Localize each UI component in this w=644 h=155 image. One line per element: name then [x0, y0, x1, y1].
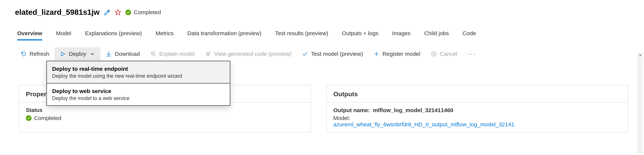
status-field-label: Status: [26, 107, 304, 113]
cancel-icon: [431, 51, 437, 57]
play-icon: [60, 51, 66, 57]
deploy-web-title: Deploy to web service: [52, 88, 224, 94]
register-model-button[interactable]: Register model: [368, 47, 426, 60]
download-label: Download: [115, 51, 140, 57]
deploy-dropdown: Deploy to real-time endpoint Deploy the …: [46, 61, 230, 106]
deploy-label: Deploy: [69, 51, 86, 57]
outputs-panel: Outputs Output name: mlflow_log_model_32…: [326, 85, 628, 133]
tab-code[interactable]: Code: [462, 30, 476, 40]
status-badge: Completed: [126, 9, 161, 15]
explain-label: Explain model: [159, 51, 194, 57]
tab-metrics[interactable]: Metrics: [156, 30, 174, 40]
edit-icon[interactable]: [104, 9, 110, 16]
tab-bar: Overview Model Explanations (preview) Me…: [0, 17, 644, 40]
tab-data-transformation[interactable]: Data transformation (preview): [187, 30, 261, 40]
status-text: Completed: [134, 9, 161, 15]
tab-explanations[interactable]: Explanations (preview): [85, 30, 142, 40]
favorite-star-icon[interactable]: [114, 9, 121, 16]
outputs-heading: Outputs: [326, 85, 628, 103]
svg-line-10: [207, 52, 208, 56]
check-circle-icon: [26, 115, 32, 121]
scroll-up-arrow-icon[interactable]: [638, 52, 643, 58]
tab-outputs-logs[interactable]: Outputs + logs: [342, 30, 378, 40]
deploy-web-option[interactable]: Deploy to web service Deploy the model t…: [47, 83, 230, 105]
output-model-label: Model:: [333, 115, 621, 121]
download-button[interactable]: Download: [100, 47, 145, 60]
test-model-button[interactable]: Test model (preview): [297, 47, 368, 60]
cancel-button: Cancel: [426, 47, 462, 60]
magnify-plus-icon: [150, 51, 156, 57]
checkmark-icon: [302, 51, 308, 57]
output-model-link[interactable]: azureml_wheat_fly_6wsnbrfdr8_HD_0_output…: [333, 121, 514, 128]
more-actions-button[interactable]: ···: [462, 51, 482, 57]
check-circle-icon: [126, 9, 131, 15]
hash-icon: [205, 51, 211, 57]
tab-test-results[interactable]: Test results (preview): [275, 30, 328, 40]
deploy-realtime-desc: Deploy the model using the new real-time…: [52, 73, 224, 79]
cancel-label: Cancel: [440, 51, 457, 57]
output-name-value: mlflow_log_model_321411460: [373, 107, 453, 113]
refresh-icon: [20, 51, 26, 57]
vertical-scrollbar[interactable]: [638, 52, 643, 154]
svg-line-5: [154, 55, 156, 56]
tab-overview[interactable]: Overview: [17, 30, 42, 40]
explain-model-button: Explain model: [145, 47, 200, 60]
status-value-text: Completed: [34, 115, 61, 121]
tab-model[interactable]: Model: [56, 30, 71, 40]
refresh-label: Refresh: [30, 51, 49, 57]
refresh-button[interactable]: Refresh: [15, 47, 54, 60]
toolbar: Refresh Deploy Download Explain model Vi…: [0, 40, 644, 60]
view-code-button: View generated code (preview): [200, 47, 297, 60]
plus-icon: [374, 51, 380, 57]
output-name-row: Output name: mlflow_log_model_321411460: [333, 107, 621, 113]
svg-marker-17: [639, 54, 642, 56]
svg-marker-0: [115, 9, 121, 15]
test-model-label: Test model (preview): [311, 51, 363, 57]
download-icon: [106, 51, 112, 57]
deploy-button[interactable]: Deploy: [54, 47, 100, 60]
svg-line-11: [209, 52, 210, 56]
output-name-label: Output name:: [333, 107, 370, 113]
register-label: Register model: [382, 51, 420, 57]
page-title: elated_lizard_5981s1jw: [15, 8, 100, 17]
deploy-web-desc: Deploy the model to a web service: [52, 95, 224, 101]
view-code-label: View generated code (preview): [214, 51, 292, 57]
svg-marker-1: [61, 52, 65, 56]
deploy-realtime-option[interactable]: Deploy to real-time endpoint Deploy the …: [47, 61, 230, 83]
deploy-realtime-title: Deploy to real-time endpoint: [52, 66, 224, 72]
status-field-value: Completed: [26, 115, 61, 121]
chevron-down-icon: [89, 51, 95, 57]
tab-images[interactable]: Images: [392, 30, 410, 40]
tab-child-jobs[interactable]: Child jobs: [424, 30, 449, 40]
